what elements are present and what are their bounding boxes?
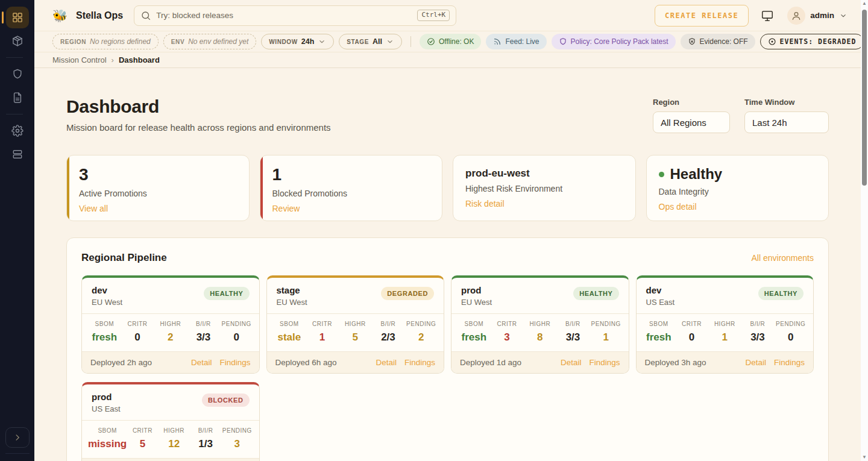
- metric-critr: CRITR 0: [121, 321, 154, 343]
- review-link[interactable]: Review: [272, 204, 300, 213]
- blocked-promotions-count: 1: [272, 166, 430, 184]
- region-select[interactable]: All Regions: [653, 111, 730, 133]
- sidebar-item-releases[interactable]: [6, 30, 29, 52]
- metric-bir: B/I/R 3/3: [187, 321, 220, 343]
- time-window-select[interactable]: Last 24h: [744, 111, 829, 133]
- all-environments-link[interactable]: All environments: [752, 253, 814, 263]
- window-filter-dropdown[interactable]: WINDOW 24h: [261, 34, 334, 49]
- user-menu[interactable]: admin: [787, 7, 848, 25]
- blocked-promotions-label: Blocked Promotions: [272, 189, 430, 198]
- metric-sbom: SBOM missing: [88, 427, 127, 450]
- search-input[interactable]: [156, 11, 412, 20]
- sidebar-item-infrastructure[interactable]: [6, 143, 29, 165]
- detail-link[interactable]: Detail: [376, 358, 397, 367]
- chevron-down-icon: [386, 37, 394, 46]
- findings-link[interactable]: Findings: [589, 358, 620, 367]
- create-release-button[interactable]: CREATE RELEASE: [655, 5, 749, 27]
- findings-link[interactable]: Findings: [774, 358, 805, 367]
- shield-icon: [11, 68, 24, 80]
- metric-pending: PENDING 0: [220, 321, 253, 343]
- deployed-ago: Deployed 2h ago: [90, 358, 152, 367]
- scrollbar-thumb[interactable]: [862, 10, 867, 186]
- circle-dot-icon: [768, 37, 776, 46]
- metric-bir: B/I/R 3/3: [556, 321, 590, 343]
- metrics-row: SBOM missing CRITR 5 HIGHR 12 B/I/R 1/3 …: [82, 420, 259, 459]
- metric-sbom: SBOM fresh: [643, 321, 676, 343]
- app-name: Stella Ops: [76, 10, 123, 21]
- ops-detail-link[interactable]: Ops detail: [659, 202, 697, 212]
- stage-filter-value: All: [373, 37, 382, 46]
- card-footer: Deployed 2h ago Detail Findings: [82, 352, 259, 373]
- env-region: EU West: [461, 298, 492, 307]
- stage-filter-label: STAGE: [347, 39, 369, 45]
- scrollbar-down-arrow[interactable]: ▼: [861, 454, 868, 460]
- metrics-row: SBOM fresh CRITR 0 HIGHR 2 B/I/R 3/3 PEN…: [82, 313, 259, 352]
- data-integrity-status: Healthy: [670, 166, 723, 183]
- search-icon: [140, 10, 151, 21]
- sidebar-expand-button[interactable]: [5, 427, 30, 448]
- deployed-ago: Deployed 1d ago: [460, 358, 521, 367]
- detail-link[interactable]: Detail: [191, 358, 212, 367]
- window-filter-value: 24h: [301, 37, 315, 46]
- detail-link[interactable]: Detail: [561, 358, 582, 367]
- metrics-row: SBOM stale CRITR 1 HIGHR 5 B/I/R 2/3 PEN…: [267, 313, 444, 352]
- status-badge: HEALTHY: [758, 287, 804, 300]
- sidebar-item-settings[interactable]: [6, 120, 29, 142]
- metric-sbom: SBOM fresh: [88, 321, 121, 343]
- pipeline-card-dev-eu-west: dev EU West HEALTHY SBOM fresh CRITR 0 H…: [81, 275, 260, 374]
- status-pill-label: Feed: Live: [505, 37, 539, 46]
- deployed-ago: Deployed 6h ago: [275, 358, 337, 367]
- global-search[interactable]: Ctrl+K: [134, 5, 456, 26]
- highest-risk-label: Highest Risk Environment: [465, 184, 623, 193]
- highest-risk-env-name: prod-eu-west: [465, 166, 623, 180]
- main-content: Dashboard Mission board for release heal…: [34, 96, 861, 461]
- env-name: prod: [461, 285, 492, 295]
- findings-link[interactable]: Findings: [404, 358, 435, 367]
- detail-link[interactable]: Detail: [745, 358, 766, 367]
- metric-critr: CRITR 5: [127, 427, 158, 450]
- document-icon: [11, 92, 24, 104]
- status-pill-events: EVENTS: DEGRADED: [760, 34, 864, 49]
- page-scrollbar: ▲ ▼: [861, 0, 868, 461]
- user-avatar: [787, 7, 805, 25]
- server-icon: [11, 148, 24, 160]
- metric-highr: HIGHR 12: [159, 427, 190, 450]
- status-pill-evidence: Evidence: OFF: [681, 34, 755, 49]
- metric-critr: CRITR 0: [675, 321, 708, 343]
- display-mode-button[interactable]: [761, 9, 774, 22]
- metric-critr: CRITR 1: [306, 321, 339, 343]
- metrics-row: SBOM fresh CRITR 3 HIGHR 8 B/I/R 3/3 PEN…: [451, 313, 629, 352]
- region-filter-pill: REGION No regions defined: [52, 34, 159, 49]
- sidebar-item-security[interactable]: [6, 63, 29, 85]
- findings-link[interactable]: Findings: [219, 358, 250, 367]
- stat-card-highest-risk: prod-eu-west Highest Risk Environment Ri…: [453, 155, 636, 221]
- sidebar-item-dashboard[interactable]: [6, 7, 29, 28]
- sidebar: [0, 0, 34, 461]
- page-title: Dashboard: [66, 96, 331, 117]
- pipeline-card-prod-us-east: prod US East BLOCKED SBOM missing CRITR …: [81, 382, 260, 461]
- package-icon: [11, 35, 24, 47]
- env-region: US East: [92, 404, 121, 413]
- breadcrumb-mission-control[interactable]: Mission Control: [52, 55, 107, 64]
- search-shortcut-kbd: Ctrl+K: [417, 10, 450, 20]
- gear-icon: [11, 125, 24, 137]
- status-badge: HEALTHY: [573, 287, 618, 300]
- env-region: EU West: [277, 298, 307, 307]
- env-name: stage: [277, 285, 307, 295]
- env-filter-pill: ENV No env defined yet: [163, 34, 256, 49]
- metric-sbom: SBOM fresh: [458, 321, 491, 343]
- breadcrumb-separator: ›: [112, 55, 114, 64]
- env-name: prod: [92, 392, 121, 402]
- view-all-link[interactable]: View all: [79, 204, 108, 213]
- user-name: admin: [810, 11, 834, 20]
- sidebar-item-documents[interactable]: [6, 87, 29, 108]
- context-bar: REGION No regions defined ENV No env def…: [34, 31, 861, 52]
- env-name: dev: [92, 285, 122, 295]
- stage-filter-dropdown[interactable]: STAGE All: [339, 34, 402, 49]
- scrollbar-up-arrow[interactable]: ▲: [861, 1, 868, 7]
- status-badge: HEALTHY: [204, 287, 249, 300]
- metric-highr: HIGHR 2: [154, 321, 187, 343]
- risk-detail-link[interactable]: Risk detail: [465, 199, 505, 209]
- region-filter-label: REGION: [60, 39, 86, 45]
- stat-card-data-integrity: Healthy Data Integrity Ops detail: [646, 155, 829, 221]
